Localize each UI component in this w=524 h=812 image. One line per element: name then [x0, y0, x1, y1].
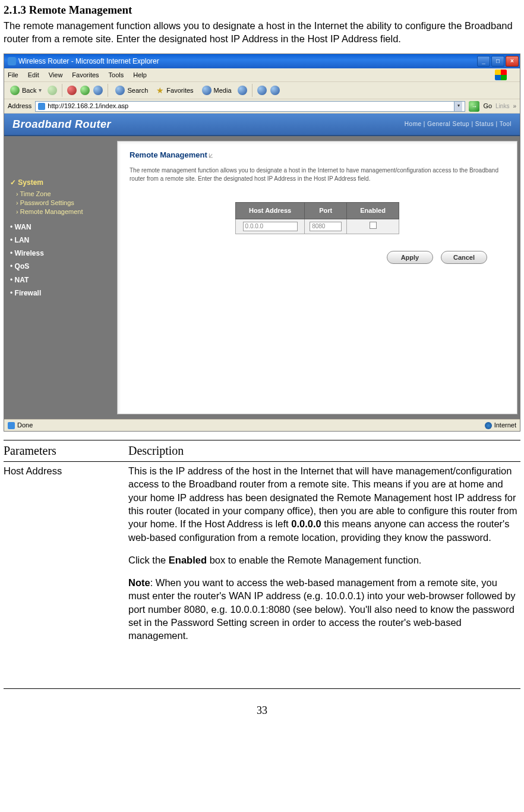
- media-icon: [202, 86, 212, 95]
- address-input[interactable]: http://192.168.2.1/index.asp ▾: [35, 101, 465, 112]
- desc-host-address: This is the IP address of the host in th…: [128, 462, 520, 647]
- sidebar-item-wan[interactable]: WAN: [10, 222, 111, 232]
- history-icon[interactable]: [238, 86, 247, 95]
- port-input[interactable]: [310, 222, 342, 231]
- forward-icon[interactable]: [48, 86, 57, 95]
- param-host-address: Host Address: [4, 462, 128, 647]
- search-icon: [115, 86, 125, 95]
- back-label: Back: [22, 86, 36, 95]
- menu-bar: File Edit View Favorites Tools Help: [4, 68, 520, 81]
- back-icon: [10, 86, 20, 95]
- router-brand: Broadband Router: [12, 117, 111, 131]
- content-title: Remote Management ⟀: [130, 150, 505, 160]
- refresh-icon[interactable]: [80, 86, 90, 95]
- footer-rule: [4, 688, 520, 689]
- menu-view[interactable]: View: [49, 71, 63, 80]
- sidebar-item-password[interactable]: Password Settings: [16, 199, 111, 207]
- zone-text: Internet: [494, 421, 516, 430]
- chevron-down-icon[interactable]: ▾: [454, 102, 462, 111]
- window-title: Wireless Router - Microsoft Internet Exp…: [18, 56, 159, 66]
- browser-toolbar: Back ▾ Search ★ Favorites Media: [4, 81, 520, 99]
- content-description: The remote management function allows yo…: [130, 166, 505, 183]
- media-label: Media: [214, 86, 232, 95]
- page-icon: [38, 103, 45, 110]
- sidebar-item-lan[interactable]: LAN: [10, 235, 111, 245]
- sidebar-item-wireless[interactable]: Wireless: [10, 248, 111, 258]
- th-parameters: Parameters: [4, 440, 128, 462]
- search-label: Search: [127, 86, 148, 95]
- status-text: Done: [17, 421, 33, 430]
- sidebar-item-timezone[interactable]: Time Zone: [16, 190, 111, 199]
- print-icon[interactable]: [270, 86, 280, 95]
- favorites-label: Favorites: [166, 86, 193, 95]
- apply-button[interactable]: Apply: [387, 251, 433, 264]
- th-port: Port: [305, 202, 347, 219]
- parameters-table: Parameters Description Host Address This…: [4, 440, 520, 647]
- cancel-button[interactable]: Cancel: [441, 251, 487, 264]
- menu-tools[interactable]: Tools: [109, 71, 124, 80]
- mail-icon[interactable]: [257, 86, 267, 95]
- sidebar-item-firewall[interactable]: Firewall: [10, 288, 111, 298]
- chevron-icon: ⟀: [209, 152, 213, 159]
- menu-edit[interactable]: Edit: [28, 71, 39, 80]
- home-icon[interactable]: [93, 86, 103, 95]
- menu-help[interactable]: Help: [133, 71, 147, 80]
- sidebar-item-nat[interactable]: NAT: [10, 275, 111, 285]
- windows-logo-icon: [495, 70, 507, 80]
- favorites-button[interactable]: ★ Favorites: [154, 84, 195, 97]
- intro-paragraph: The remote management function allows yo…: [4, 19, 520, 46]
- maximize-button[interactable]: □: [491, 56, 504, 67]
- router-content: Remote Management ⟀ The remote managemen…: [117, 141, 517, 414]
- section-heading: 2.1.3 Remote Management: [4, 0, 520, 18]
- menu-file[interactable]: File: [8, 71, 18, 80]
- back-button[interactable]: Back ▾: [8, 84, 44, 96]
- page-icon: [8, 422, 15, 429]
- th-enabled: Enabled: [347, 202, 399, 219]
- router-sidebar: System Time Zone Password Settings Remot…: [4, 136, 117, 419]
- minimize-button[interactable]: _: [477, 56, 490, 67]
- sidebar-item-system[interactable]: System: [10, 178, 111, 187]
- router-top-links[interactable]: Home | General Setup | Status | Tool: [405, 120, 512, 128]
- remote-mgmt-table: Host Address Port Enabled: [235, 202, 399, 234]
- search-button[interactable]: Search: [113, 84, 150, 96]
- browser-screenshot: Wireless Router - Microsoft Internet Exp…: [4, 53, 520, 432]
- th-description: Description: [128, 440, 520, 462]
- window-titlebar: Wireless Router - Microsoft Internet Exp…: [4, 54, 520, 68]
- enabled-checkbox[interactable]: [370, 222, 377, 229]
- links-label[interactable]: Links: [495, 102, 509, 111]
- status-bar: Done Internet: [4, 419, 520, 431]
- go-label: Go: [483, 102, 492, 111]
- ie-icon: [8, 57, 16, 65]
- chevron-right-icon: »: [513, 102, 516, 111]
- address-bar: Address http://192.168.2.1/index.asp ▾ →…: [4, 99, 520, 114]
- sidebar-item-remote[interactable]: Remote Management: [16, 207, 111, 216]
- media-button[interactable]: Media: [200, 84, 234, 96]
- page-number: 33: [4, 703, 520, 717]
- internet-zone-icon: [485, 422, 492, 429]
- router-page: Broadband Router Home | General Setup | …: [4, 114, 520, 419]
- address-url: http://192.168.2.1/index.asp: [48, 102, 452, 111]
- address-label: Address: [8, 102, 31, 111]
- host-address-input[interactable]: [243, 222, 298, 231]
- go-button[interactable]: →: [469, 101, 479, 112]
- star-icon: ★: [156, 85, 164, 96]
- router-header: Broadband Router Home | General Setup | …: [4, 114, 520, 136]
- sidebar-item-qos[interactable]: QoS: [10, 262, 111, 271]
- chevron-down-icon: ▾: [39, 86, 42, 95]
- th-host: Host Address: [236, 202, 305, 219]
- stop-icon[interactable]: [67, 86, 77, 95]
- menu-favorites[interactable]: Favorites: [72, 71, 99, 80]
- close-button[interactable]: ×: [506, 56, 519, 67]
